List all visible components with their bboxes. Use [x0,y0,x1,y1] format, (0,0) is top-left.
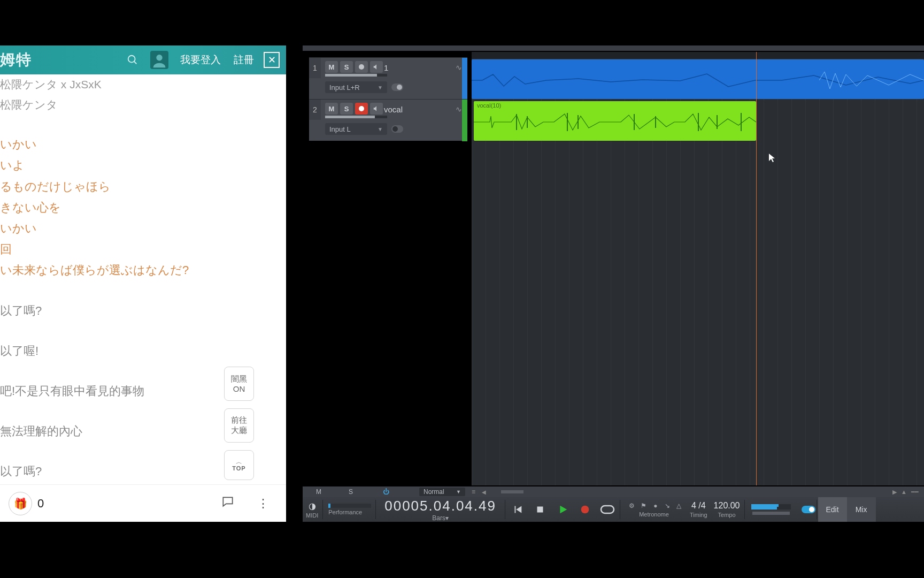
automation-icon[interactable]: ∿ [456,63,462,72]
record-button[interactable] [576,502,594,517]
edit-tab[interactable]: Edit [818,497,847,522]
play-button[interactable] [553,502,572,517]
close-icon[interactable]: ✕ [264,52,280,68]
time-signature[interactable]: 4 /4 [691,501,706,511]
solo-button[interactable]: S [340,103,353,115]
login-link[interactable]: 我要登入 [180,53,221,67]
search-icon[interactable] [124,51,142,69]
svg-point-13 [581,506,589,514]
track-header-area: 1 M S 1 ∿ Input L+R ▼ 2 M S [309,57,467,143]
audio-clip[interactable]: vocal(10) [474,101,756,141]
master-mute-button[interactable]: M [303,488,335,496]
svg-line-1 [134,62,137,64]
list-icon[interactable]: ≡ [472,488,475,496]
midi-indicator[interactable]: ◑ MIDI [303,497,321,522]
automation-mode-select[interactable]: Normal ▼ [419,488,465,496]
mute-button[interactable]: M [325,61,338,73]
master-solo-button[interactable]: S [335,488,367,496]
click-in-icon[interactable]: ↘ [663,501,672,510]
midi-icon: ◑ [309,501,316,511]
solo-button[interactable]: S [340,61,353,73]
more-icon[interactable]: ⋮ [255,497,271,511]
input-link-toggle[interactable] [391,83,403,91]
register-link[interactable]: 註冊 [234,53,254,67]
metronome-label: Metronome [639,511,669,518]
site-header: 姆特 我要登入 註冊 ✕ [0,45,286,74]
performance-meter[interactable]: Performance [324,497,374,522]
track-volume-slider[interactable] [325,116,387,118]
avatar[interactable] [150,51,168,69]
lyric-line: 回 [0,239,286,260]
scroll-left-icon[interactable]: ◀ [482,489,486,495]
track-meter [462,100,467,141]
input-label: Input L [329,125,351,133]
audio-clip[interactable] [472,59,924,99]
metronome-icon[interactable]: △ [675,501,683,510]
gift-button[interactable]: 🎁 [9,492,32,515]
input-label: Input L+R [329,83,360,92]
go-lobby-label2: 大廳 [231,425,247,436]
flag-icon[interactable]: ⚑ [640,501,648,510]
go-lobby-button[interactable]: 前往 大廳 [224,408,254,443]
record-arm-button[interactable] [355,61,368,73]
track-row[interactable]: 2 M S vocal ∿ Input L ▼ [309,99,467,141]
lyric-header: 松隈ケンタ [0,95,286,115]
lyric-line: いよ [0,155,286,176]
play-cursor[interactable] [756,52,757,485]
lyric-line: 以了喔! [0,340,286,361]
metronome-section[interactable]: ⚙ ⚑ ● ↘ △ Metronome [621,497,687,522]
stop-button[interactable] [531,502,549,517]
tempo-section[interactable]: 120.00 Tempo [711,497,743,522]
input-select[interactable]: Input L ▼ [325,123,387,135]
time-mode-label: Bars▾ [432,514,449,522]
lyric-line: いかい [0,134,286,155]
timeline-ruler[interactable] [472,52,924,59]
loop-button[interactable] [598,502,617,517]
track-volume-slider[interactable] [325,74,387,77]
zoom-slider[interactable]: ━━ [911,489,919,496]
svg-point-2 [156,55,162,60]
input-select[interactable]: Input L+R ▼ [325,81,387,93]
lyric-line: 以了嗎? [0,300,286,321]
daw-panel: 1 M S 1 ∿ Input L+R ▼ 2 M S [303,45,924,522]
mono-stereo-toggle[interactable] [802,506,815,513]
go-to-start-button[interactable] [509,502,527,517]
precount-icon[interactable]: ● [651,501,660,510]
timing-section[interactable]: 4 /4 Timing [687,497,711,522]
lyric-header: 松隈ケンタ x JxSxK [0,74,286,95]
performance-bar [328,504,371,508]
track-footer-strip: M S ⏻ Normal ▼ ≡ ◀ ▶ ▲ ━━ [303,486,924,497]
arrangement-view[interactable]: vocal(10) [472,52,924,485]
master-volume-slider[interactable] [752,512,790,515]
automation-icon[interactable]: ∿ [456,105,462,113]
master-meter [751,504,791,509]
zoom-marker-icon[interactable]: ▲ [901,489,907,495]
dark-mode-button[interactable]: 闇黑 ON [224,367,254,401]
scroll-top-button[interactable]: ︿ TOP [224,450,254,480]
dark-mode-label: 闇黑 [231,374,247,384]
power-icon[interactable]: ⏻ [380,488,392,496]
input-link-toggle[interactable] [391,125,403,133]
track-name[interactable]: 1 [384,63,388,72]
monitor-button[interactable] [370,103,383,115]
automation-mode-label: Normal [424,488,444,496]
gear-icon[interactable]: ⚙ [628,501,636,510]
lyric-line: いかい [0,218,286,239]
mix-tab[interactable]: Mix [847,497,876,522]
gift-icon: 🎁 [14,497,27,510]
mute-button[interactable]: M [325,103,338,115]
comment-icon[interactable] [221,495,235,512]
monitor-button[interactable] [370,61,383,73]
record-arm-button[interactable] [355,103,368,115]
daw-toolbar [303,45,924,51]
master-meter-section [746,497,796,522]
track-name[interactable]: vocal [384,105,403,114]
h-scroll-slider[interactable] [501,490,523,493]
time-display[interactable]: 00005.04.04.49 Bars▾ [377,497,504,522]
svg-rect-12 [537,507,543,513]
lyric-line: きない心を [0,197,286,218]
scroll-right-icon[interactable]: ▶ [892,489,897,496]
tempo-value[interactable]: 120.00 [714,501,740,511]
track-row[interactable]: 1 M S 1 ∿ Input L+R ▼ [309,57,467,99]
track-number: 1 [309,58,321,78]
